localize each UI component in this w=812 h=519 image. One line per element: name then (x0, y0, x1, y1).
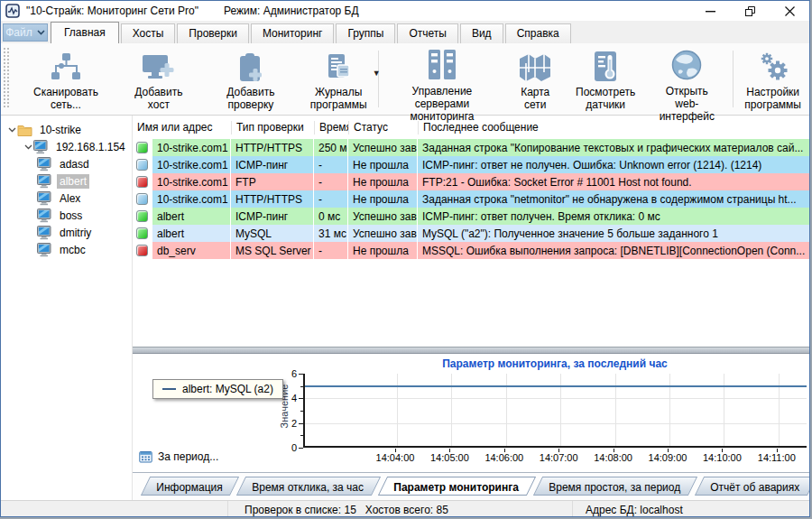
tree-item-192-168-1-154[interactable]: 192.168.1.154 (1, 138, 132, 155)
chart-ytick (299, 374, 303, 375)
table-row[interactable]: 10-strike.com1ICMP-пинг-Не прошлаICMP-пи… (133, 156, 809, 173)
table-row[interactable]: 10-strike.com1HTTP/HTTPS250 мсУспешно за… (133, 139, 809, 156)
ribbon-tabs: ГлавнаяХостыПроверкиМониторингГруппыОтче… (51, 22, 573, 43)
menu-tab-6[interactable]: Вид (460, 23, 503, 43)
tree-item-mcbc[interactable]: mcbc (1, 241, 132, 258)
cell-name: 10-strike.com1 (152, 173, 231, 190)
chart-xtick-label: 14:10:00 (697, 452, 747, 463)
add-host-icon (141, 48, 177, 86)
minimize-icon (706, 6, 715, 16)
logs-button[interactable]: Журналы программы▼ (302, 45, 375, 115)
column-header-2[interactable]: Время (315, 121, 349, 134)
computer-icon (37, 209, 52, 223)
close-button[interactable] (770, 1, 809, 21)
cell-status: Не прошла (348, 156, 418, 173)
computer-icon (37, 226, 52, 240)
menu-tab-3[interactable]: Мониторинг (251, 23, 335, 43)
tree-item-adasd[interactable]: adasd (1, 155, 132, 172)
table-row[interactable]: db_servMS SQL Server-Не прошлаMSSQL: Оши… (133, 242, 809, 259)
column-header-0[interactable]: Имя или адрес (133, 121, 232, 134)
file-menu-button[interactable]: Файл (3, 23, 48, 42)
bottom-tab-1[interactable]: Время отклика, за час (236, 477, 381, 496)
tree-expander-icon[interactable] (23, 144, 33, 150)
gears-button[interactable]: Настройки программы (736, 45, 809, 115)
chart-xtick-label: 14:04:00 (370, 452, 420, 463)
menu-tab-1[interactable]: Хосты (121, 23, 176, 43)
tree-item-label: 10-strike (37, 123, 84, 137)
menu-tab-7[interactable]: Справка (505, 23, 571, 43)
bottom-tab-bar: ИнформацияВремя отклика, за часПараметр … (133, 472, 809, 500)
dropdown-arrow-icon[interactable]: ▼ (373, 69, 381, 78)
ribbon-toolbar: Сканировать сеть...Добавить хостДобавить… (1, 43, 809, 116)
chart-gridline-h (305, 398, 807, 399)
column-header-1[interactable]: Тип проверки (232, 121, 315, 134)
chart-xtick-label: 14:06:00 (479, 452, 530, 463)
cell-type: MS SQL Server (231, 242, 314, 259)
cell-type: MySQL (231, 225, 314, 242)
map-button[interactable]: Карта сети (503, 45, 567, 115)
bottom-tab-0[interactable]: Информация (141, 477, 240, 496)
chart-ytick-label: 0 (279, 442, 297, 453)
tree-expander-icon[interactable] (6, 127, 17, 133)
tree-item-albert[interactable]: albert (1, 172, 132, 190)
toolbar-button-label: Открыть web-интерфейс (651, 85, 722, 123)
menu-tab-0[interactable]: Главная (51, 22, 119, 43)
main-area: 10-strike192.168.1.154adasdalbertAlexbos… (1, 116, 809, 500)
status-section-empty (1, 501, 228, 517)
table-row[interactable]: 10-strike.com1HTTP/HTTPS-Не прошлаЗаданн… (133, 190, 809, 208)
map-icon (518, 48, 552, 86)
toolbar-button-label: Добавить проверку (208, 86, 294, 111)
period-link[interactable]: За период... (139, 450, 218, 463)
bottom-tab-2[interactable]: Параметр мониторинга (378, 477, 536, 496)
cell-time: - (314, 242, 348, 259)
cell-time: 31 мс (314, 225, 348, 242)
table-row[interactable]: 10-strike.com1FTP-Не прошлаFTP:21 - Ошиб… (133, 173, 809, 190)
add-check-icon (235, 48, 266, 86)
sensors-icon (592, 48, 619, 86)
network-scan-button[interactable]: Сканировать сеть... (14, 45, 118, 115)
add-check-button[interactable]: Добавить проверку (199, 45, 302, 115)
tree-item-boss[interactable]: boss (1, 207, 132, 224)
toolbar-button-label: Добавить хост (126, 86, 191, 111)
chart-xtick-label: 14:07:00 (533, 452, 584, 463)
cell-name: albert (152, 208, 231, 225)
add-host-button[interactable]: Добавить хост (118, 45, 199, 115)
led-green-icon (136, 227, 148, 239)
table-row[interactable]: albertMySQL31 мсУспешно завершенаMySQL (… (133, 225, 809, 242)
minimize-button[interactable] (690, 1, 730, 21)
chart-legend: albert: MySQL (a2) (152, 379, 283, 399)
cell-time: 250 мс (314, 139, 348, 156)
sensors-button[interactable]: Посмотреть датчики (567, 45, 643, 115)
cell-name: db_serv (152, 242, 231, 259)
table-row[interactable]: albertICMP-пинг0 мсУспешно завершенаICMP… (133, 208, 809, 225)
bottom-tab-4[interactable]: Отчёт об авариях (695, 477, 809, 496)
computer-icon (37, 191, 52, 206)
chevron-down-icon (37, 30, 45, 35)
checks-table: Имя или адресТип проверкиВремяСтатусПосл… (133, 116, 809, 347)
tree-item-10-strike[interactable]: 10-strike (1, 121, 132, 138)
chart-title: Параметр мониторинга, за последний час (303, 357, 807, 370)
led-red-icon (136, 245, 148, 256)
tree-item-dmitriy[interactable]: dmitriy (1, 224, 132, 241)
cell-status: Не прошла (348, 173, 418, 190)
computer-icon (33, 140, 49, 154)
menu-tab-2[interactable]: Проверки (177, 23, 249, 43)
status-db-label: Адрес БД: localhost (586, 504, 683, 516)
file-menu-label: Файл (5, 26, 32, 39)
tree-item-alex[interactable]: Alex (1, 190, 132, 207)
cell-message: MSSQL: Ошибка выполнения запроса: [DBNET… (418, 242, 809, 259)
bottom-tab-3[interactable]: Время простоя, за период (533, 477, 697, 496)
led-blue-icon (136, 193, 148, 205)
status-bar: Проверок в списке: 15 Хостов всего: 85 А… (1, 500, 809, 517)
restore-button[interactable] (730, 1, 770, 21)
tree-item-label: adasd (57, 157, 92, 171)
globe-button[interactable]: Открыть web-интерфейс (643, 45, 730, 115)
menu-tab-4[interactable]: Группы (336, 23, 395, 43)
chart-plot-area (303, 374, 807, 448)
bottom-tab-label: Информация (145, 478, 233, 496)
status-led-green (133, 208, 152, 225)
cell-type: HTTP/HTTPS (231, 139, 314, 156)
horizontal-splitter[interactable] (133, 347, 809, 354)
servers-button[interactable]: Управление серверами мониторинга (381, 45, 503, 115)
menu-tab-5[interactable]: Отчеты (397, 23, 457, 43)
